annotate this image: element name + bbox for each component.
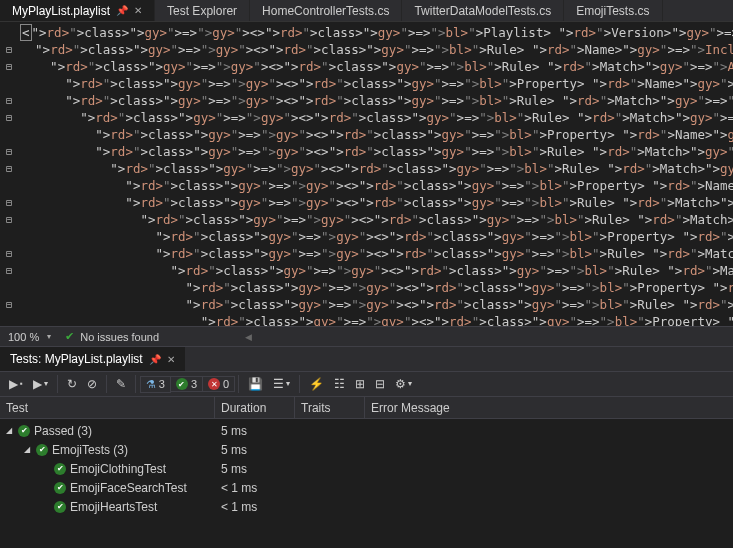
fold-toggle[interactable]	[0, 279, 18, 296]
test-label: Passed (3)	[34, 424, 92, 438]
close-icon[interactable]: ✕	[167, 354, 175, 365]
test-tab[interactable]: Tests: MyPlayList.playlist 📌 ✕	[0, 347, 185, 371]
test-label: EmojiTests (3)	[52, 443, 128, 457]
settings-icon[interactable]: ⚙▾	[390, 374, 417, 394]
pass-icon: ✔	[36, 444, 48, 456]
test-row[interactable]: ✔EmojiHeartsTest< 1 ms	[0, 497, 733, 516]
pin-icon[interactable]: 📌	[116, 5, 128, 16]
col-error[interactable]: Error Message	[365, 397, 733, 418]
filter-all[interactable]: ⚗3	[140, 376, 171, 393]
tab-label: HomeControllerTests.cs	[262, 4, 389, 18]
run-button[interactable]: ▶▾	[28, 374, 53, 394]
col-traits[interactable]: Traits	[295, 397, 365, 418]
fold-toggle[interactable]	[0, 126, 18, 143]
test-tab-label: Tests: MyPlayList.playlist	[10, 352, 143, 366]
scroll-arrow-left-icon[interactable]: ◀	[245, 332, 252, 342]
test-toolbar: ▶▪ ▶▾ ↻ ⊘ ✎ ⚗3 ✔3 ✕0 💾 ☰▾ ⚡ ☷ ⊞ ⊟ ⚙▾	[0, 371, 733, 397]
test-duration: < 1 ms	[215, 481, 295, 495]
pass-icon: ✔	[18, 425, 30, 437]
test-row[interactable]: ◢✔Passed (3)5 ms	[0, 421, 733, 440]
tab-label: EmojiTests.cs	[576, 4, 649, 18]
code-editor[interactable]: ⊟⊟⊟⊟⊟⊟⊟⊟⊟⊟⊟ <">rd>">class>">gy>">=>">gy>…	[0, 22, 733, 326]
test-duration: 5 ms	[215, 443, 295, 457]
collapse-icon[interactable]: ⊟	[370, 374, 390, 394]
repeat-button[interactable]: ↻	[62, 374, 82, 394]
run-all-button[interactable]: ▶▪	[4, 374, 28, 394]
fold-toggle[interactable]	[0, 24, 18, 41]
test-columns-header: Test Duration Traits Error Message	[0, 397, 733, 419]
fold-toggle[interactable]: ⊟	[0, 143, 18, 160]
tab-label: Test Explorer	[167, 4, 237, 18]
fold-toggle[interactable]: ⊟	[0, 245, 18, 262]
zoom-dropdown-icon[interactable]: ▾	[47, 332, 59, 341]
pin-icon[interactable]: 📌	[149, 354, 161, 365]
tab-label: MyPlayList.playlist	[12, 4, 110, 18]
check-icon: ✔	[59, 330, 80, 343]
col-duration[interactable]: Duration	[215, 397, 295, 418]
test-row[interactable]: ✔EmojiFaceSearchTest< 1 ms	[0, 478, 733, 497]
close-icon[interactable]: ✕	[134, 5, 142, 16]
editor-status-bar: 100 % ▾ ✔ No issues found ◀	[0, 326, 733, 346]
save-button[interactable]: 💾	[243, 374, 268, 394]
expander-icon[interactable]: ◢	[22, 445, 32, 454]
pass-icon: ✔	[54, 463, 66, 475]
fold-toggle[interactable]	[0, 75, 18, 92]
test-duration: 5 ms	[215, 424, 295, 438]
test-label: EmojiHeartsTest	[70, 500, 157, 514]
tab-emoji-tests[interactable]: EmojiTests.cs	[564, 0, 662, 21]
zoom-level[interactable]: 100 %	[0, 331, 47, 343]
fold-toggle[interactable]: ⊟	[0, 92, 18, 109]
tab-label: TwitterDataModelTests.cs	[414, 4, 551, 18]
fold-toggle[interactable]: ⊟	[0, 194, 18, 211]
tab-home-controller[interactable]: HomeControllerTests.cs	[250, 0, 402, 21]
filter-failed[interactable]: ✕0	[202, 376, 235, 392]
test-duration: < 1 ms	[215, 500, 295, 514]
stop-button[interactable]: ⊘	[82, 374, 102, 394]
test-tab-bar: Tests: MyPlayList.playlist 📌 ✕	[0, 347, 733, 371]
expand-icon[interactable]: ⊞	[350, 374, 370, 394]
fold-toggle[interactable]	[0, 177, 18, 194]
code-content[interactable]: <">rd>">class>">gy>">=>">gy>"><>">rd>">c…	[18, 22, 733, 326]
tab-twitter-data[interactable]: TwitterDataModelTests.cs	[402, 0, 564, 21]
fold-toggle[interactable]: ⊟	[0, 211, 18, 228]
test-label: EmojiClothingTest	[70, 462, 166, 476]
test-explorer-panel: Tests: MyPlayList.playlist 📌 ✕ ▶▪ ▶▾ ↻ ⊘…	[0, 346, 733, 548]
filter-passed[interactable]: ✔3	[170, 376, 203, 392]
edit-button[interactable]: ✎	[111, 374, 131, 394]
fold-toggle[interactable]: ⊟	[0, 296, 18, 313]
expander-icon[interactable]: ◢	[4, 426, 14, 435]
fold-toggle[interactable]: ⊟	[0, 58, 18, 75]
tab-playlist[interactable]: MyPlayList.playlist 📌 ✕	[0, 0, 155, 21]
test-tree[interactable]: ◢✔Passed (3)5 ms◢✔EmojiTests (3)5 ms✔Emo…	[0, 419, 733, 548]
fold-gutter[interactable]: ⊟⊟⊟⊟⊟⊟⊟⊟⊟⊟⊟	[0, 22, 18, 326]
fold-toggle[interactable]	[0, 228, 18, 245]
fold-toggle[interactable]: ⊟	[0, 262, 18, 279]
fold-toggle[interactable]: ⊟	[0, 109, 18, 126]
test-row[interactable]: ◢✔EmojiTests (3)5 ms	[0, 440, 733, 459]
lightning-icon[interactable]: ⚡	[304, 374, 329, 394]
playlist-button[interactable]: ☰▾	[268, 374, 295, 394]
col-test[interactable]: Test	[0, 397, 215, 418]
fold-toggle[interactable]	[0, 313, 18, 326]
group-icon[interactable]: ☷	[329, 374, 350, 394]
issues-text: No issues found	[80, 331, 159, 343]
test-duration: 5 ms	[215, 462, 295, 476]
pass-icon: ✔	[54, 501, 66, 513]
tab-test-explorer[interactable]: Test Explorer	[155, 0, 250, 21]
test-row[interactable]: ✔EmojiClothingTest5 ms	[0, 459, 733, 478]
editor-tab-bar: MyPlayList.playlist 📌 ✕ Test Explorer Ho…	[0, 0, 733, 22]
fold-toggle[interactable]: ⊟	[0, 160, 18, 177]
pass-icon: ✔	[54, 482, 66, 494]
test-label: EmojiFaceSearchTest	[70, 481, 187, 495]
fold-toggle[interactable]: ⊟	[0, 41, 18, 58]
horizontal-scrollbar[interactable]: ◀	[159, 332, 733, 342]
